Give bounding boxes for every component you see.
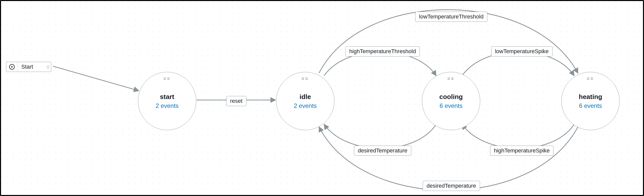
drag-handle-icon[interactable]: || — [45, 62, 51, 72]
initial-start-node[interactable]: Start || — [6, 62, 51, 72]
state-events-link[interactable]: 2 events — [156, 102, 179, 109]
state-node-idle[interactable]: == idle 2 events — [276, 72, 334, 130]
state-node-cooling[interactable]: == cooling 6 events — [422, 72, 480, 130]
state-title: start — [160, 93, 174, 101]
state-title: idle — [300, 93, 311, 101]
transition-label-desired-temp-heating[interactable]: desiredTemperature — [423, 181, 480, 191]
transition-label-low-temp-spike[interactable]: lowTemperatureSpike — [491, 46, 552, 56]
state-title: heating — [579, 93, 602, 101]
drag-handle-icon[interactable]: == — [447, 76, 455, 82]
transition-label-low-temp-threshold[interactable]: lowTemperatureThreshold — [415, 12, 487, 22]
initial-start-label: Start — [18, 64, 45, 70]
state-node-start[interactable]: == start 2 events — [138, 72, 196, 130]
transition-label-desired-temp-cooling[interactable]: desiredTemperature — [354, 146, 411, 156]
play-icon — [6, 62, 18, 72]
transition-label-high-temp-spike[interactable]: highTemperatureSpike — [490, 146, 553, 156]
state-title: cooling — [439, 93, 463, 101]
state-machine-canvas[interactable]: Start || == start 2 events == idle 2 eve… — [0, 0, 644, 196]
drag-handle-icon[interactable]: == — [587, 76, 594, 82]
transition-label-high-temp-threshold[interactable]: highTemperatureThreshold — [346, 46, 420, 56]
transition-label-reset[interactable]: reset — [226, 96, 246, 106]
state-events-link[interactable]: 6 events — [579, 102, 602, 109]
state-events-link[interactable]: 2 events — [294, 102, 317, 109]
state-node-heating[interactable]: == heating 6 events — [561, 72, 620, 130]
drag-handle-icon[interactable]: == — [163, 76, 171, 82]
state-events-link[interactable]: 6 events — [440, 102, 463, 109]
drag-handle-icon[interactable]: == — [301, 76, 309, 82]
